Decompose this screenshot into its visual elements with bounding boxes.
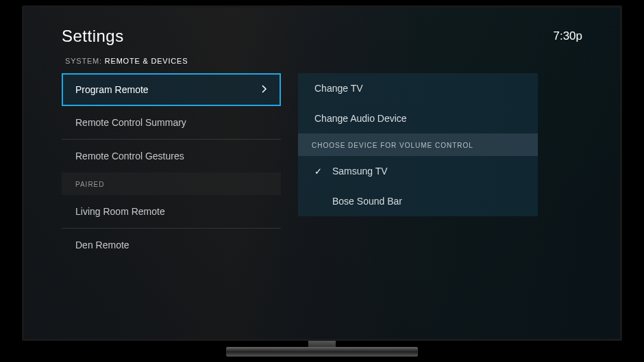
header: Settings 7:30p: [62, 27, 582, 46]
volume-device-label: Samsung TV: [332, 166, 388, 177]
volume-control-header: CHOOSE DEVICE FOR VOLUME CONTROL: [298, 133, 538, 156]
menu-item-label: Remote Control Gestures: [75, 151, 184, 161]
chevron-right-icon: [262, 84, 267, 95]
paired-item-living-room[interactable]: Living Room Remote: [62, 195, 281, 229]
screen-background: Settings 7:30p SYSTEM: REMOTE & DEVICES …: [24, 8, 620, 339]
menu-item-program-remote[interactable]: Program Remote: [62, 73, 281, 106]
paired-item-den[interactable]: Den Remote: [62, 229, 281, 261]
paired-section-header: PAIRED: [62, 172, 281, 195]
tv-frame: Settings 7:30p SYSTEM: REMOTE & DEVICES …: [22, 5, 622, 341]
menu-item-remote-summary[interactable]: Remote Control Summary: [62, 106, 281, 140]
volume-device-bose[interactable]: Bose Sound Bar: [298, 186, 538, 216]
tv-stand-base: [226, 347, 418, 357]
right-item-change-audio[interactable]: Change Audio Device: [298, 103, 538, 133]
right-item-label: Change Audio Device: [314, 113, 407, 124]
menu-item-label: Living Room Remote: [75, 206, 165, 217]
volume-device-samsung[interactable]: ✓ Samsung TV: [298, 156, 538, 186]
menu-item-label: Program Remote: [75, 84, 149, 95]
page-title: Settings: [62, 27, 124, 46]
volume-device-label: Bose Sound Bar: [332, 196, 402, 207]
breadcrumb-current: REMOTE & DEVICES: [105, 57, 188, 65]
clock-time: 7:30p: [553, 29, 582, 43]
settings-right-panel: Change TV Change Audio Device CHOOSE DEV…: [298, 73, 538, 216]
check-icon: ✓: [314, 166, 324, 177]
right-item-change-tv[interactable]: Change TV: [298, 73, 538, 103]
settings-left-column: Program Remote Remote Control Summary Re…: [62, 73, 281, 261]
tv-stand: [226, 341, 418, 357]
menu-item-remote-gestures[interactable]: Remote Control Gestures: [62, 140, 281, 172]
breadcrumb-parent: SYSTEM:: [65, 57, 102, 65]
breadcrumb: SYSTEM: REMOTE & DEVICES: [65, 57, 188, 65]
menu-item-label: Remote Control Summary: [75, 117, 186, 128]
right-item-label: Change TV: [314, 83, 363, 94]
menu-item-label: Den Remote: [75, 240, 129, 250]
